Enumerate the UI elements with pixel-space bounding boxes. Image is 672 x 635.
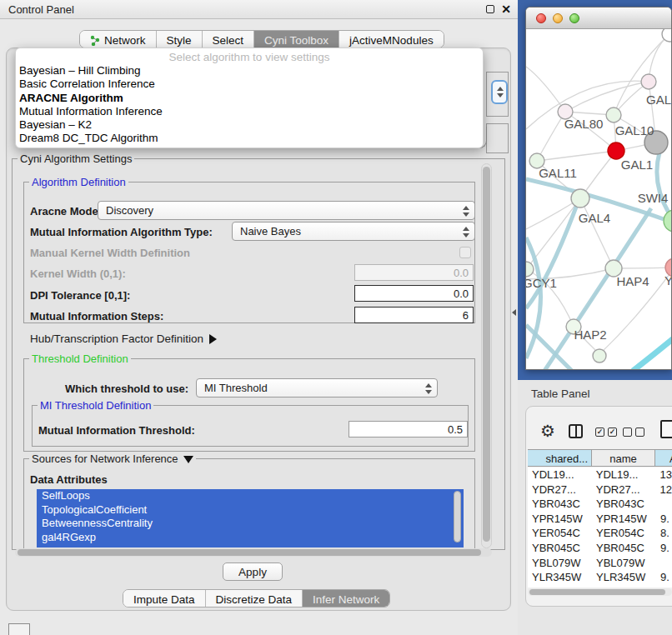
kernel-width-field[interactable]: 0.0 [354,264,474,281]
expanded-arrow-icon[interactable] [183,456,193,463]
cell [656,556,660,571]
cell: 9. [656,541,669,556]
attribute-item[interactable]: BetweennessCentrality [37,517,464,531]
algorithm-option[interactable]: Bayesian – K2 [16,118,483,132]
node-label-hap2: HAP2 [574,328,606,342]
tab-select[interactable]: Select [203,31,255,48]
minimized-panel-icon[interactable] [8,623,30,635]
cell: YLR345W [528,570,592,585]
document-icon[interactable] [660,420,672,438]
tab-style-label: Style [167,34,192,47]
cell: YBR043C [592,497,656,512]
stepper-arrows-icon [462,226,469,238]
split-pane-handle[interactable] [511,308,518,316]
table-row[interactable]: YIL052CYIL052C9 [528,585,672,588]
close-traffic-light-icon[interactable] [536,13,546,23]
table-row[interactable]: YLR345WYLR345W9. [528,570,672,585]
cell: YLR345W [592,570,656,585]
algorithm-option[interactable]: Bayesian – Hill Climbing [16,64,483,78]
table-row[interactable]: YBL079WYBL079W [528,556,672,571]
deselect-all-icon[interactable] [623,428,632,437]
table-row[interactable]: YBR045CYBR045C9. [528,541,672,556]
table-row[interactable]: YBR043CYBR043C [528,497,672,512]
dpi-tolerance-field[interactable]: 0.0 [354,285,474,302]
column-header-shared[interactable]: shared... [528,450,592,466]
node-label-gcy1: GCY1 [526,276,557,290]
attribute-item[interactable]: SelfLoops [37,489,464,503]
network-node[interactable] [593,349,606,362]
cell: YPR145W [528,512,592,527]
tab-network[interactable]: Network [80,31,157,48]
mi-algorithm-type-select[interactable]: Naive Bayes [232,222,475,241]
algorithm-definition-title: Algorithm Definition [29,176,128,188]
algorithm-option-selected[interactable]: ARACNE Algorithm [16,92,483,105]
settings-horizontal-scrollbar[interactable] [15,548,492,557]
column-header-clipped[interactable]: A [655,450,672,466]
table-horizontal-scrollbar[interactable] [528,588,672,596]
node-label-gal11: GAL11 [539,166,577,180]
settings-gear-icon[interactable]: ⚙ [540,421,555,441]
network-node-gal1[interactable] [608,142,624,159]
tab-style[interactable]: Style [157,31,203,48]
mi-threshold-group-title: MI Threshold Definition [38,399,153,412]
table-row[interactable]: YDR27...YDR27...12 [528,482,672,498]
mi-threshold-field[interactable]: 0.5 [349,421,468,438]
table-header-row: shared... name A [528,449,672,467]
occluded-combobox-stepper [491,80,508,104]
cell: 9 [656,585,666,588]
attributes-scrollbar[interactable] [454,491,461,542]
tab-impute-data[interactable]: Impute Data [123,590,206,607]
tab-cyni-toolbox[interactable]: Cyni Toolbox [254,31,339,48]
tab-jactivemnodules[interactable]: jActiveMNodules [339,31,444,48]
tab-discretize-data[interactable]: Discretize Data [206,590,303,607]
network-node-gcy1[interactable] [526,262,534,277]
algorithm-option[interactable]: Basic Correlation Inference [16,78,483,91]
which-threshold-select[interactable]: MI Threshold [196,378,438,398]
cell: YBL079W [592,556,656,571]
split-columns-icon[interactable] [569,424,583,438]
zoom-traffic-light-icon[interactable] [569,13,579,23]
algorithm-option[interactable]: Dream8 DC_TDC Algorithm [16,132,483,145]
network-window[interactable]: GAL GAL80 GAL10 GAL1 GAL11 GAL4 SWI4 HAP… [525,7,672,370]
network-node[interactable] [641,74,656,89]
aracne-mode-value: Discovery [106,204,153,217]
cell: 8. [656,526,669,541]
network-node-gal10[interactable] [606,108,621,122]
node-label-gal80: GAL80 [564,117,604,131]
close-icon[interactable]: ✕ [501,2,511,16]
algorithm-option[interactable]: Mutual Information Inference [16,105,483,118]
select-all-icon[interactable]: ✓ [595,428,604,437]
cell: YBR045C [592,541,656,556]
attribute-item[interactable]: TopologicalCoefficient [37,503,464,518]
select-all-icon-2[interactable]: ✓ [608,428,617,437]
data-attributes-list[interactable]: SelfLoops TopologicalCoefficient Between… [37,489,464,548]
deselect-all-icon-2[interactable] [635,428,644,437]
cell: 9. [656,570,669,585]
tab-infer-network[interactable]: Infer Network [303,590,389,607]
table-row[interactable]: YER054CYER054C8. [528,526,672,541]
cell: 12 [656,482,672,498]
attribute-item[interactable]: gal4RGexp [37,531,464,545]
float-window-icon[interactable] [486,5,494,13]
network-node-swi4[interactable] [664,210,672,232]
table-row[interactable]: YPR145WYPR145W9. [528,512,672,527]
aracne-mode-select[interactable]: Discovery [98,201,475,220]
mi-threshold-label: Mutual Information Threshold: [38,424,195,437]
network-canvas[interactable]: GAL GAL80 GAL10 GAL1 GAL11 GAL4 SWI4 HAP… [526,29,672,370]
cyni-algorithm-settings-title: Cyni Algorithm Settings [18,152,134,165]
settings-vertical-scrollbar[interactable] [481,163,492,548]
manual-kernel-width-label: Manual Kernel Width Definition [30,247,190,259]
mi-steps-field[interactable]: 6 [354,307,474,323]
manual-kernel-width-checkbox[interactable] [459,247,471,258]
table-row[interactable]: YDL19...YDL19...13 [528,468,672,482]
stepper-arrows-icon [462,205,469,217]
minimize-traffic-light-icon[interactable] [553,13,563,23]
network-node-gal4[interactable] [571,189,589,208]
hub-definition-toggle[interactable]: Hub/Transcription Factor Definition [30,332,217,345]
collapsed-arrow-icon [209,334,217,344]
apply-button[interactable]: Apply [223,562,283,581]
column-header-name[interactable]: name [592,450,655,466]
cell: YER054C [592,526,656,541]
table-body[interactable]: YDL19...YDL19...13 YDR27...YDR27...12 YB… [528,468,672,588]
network-window-titlebar[interactable] [526,8,671,29]
